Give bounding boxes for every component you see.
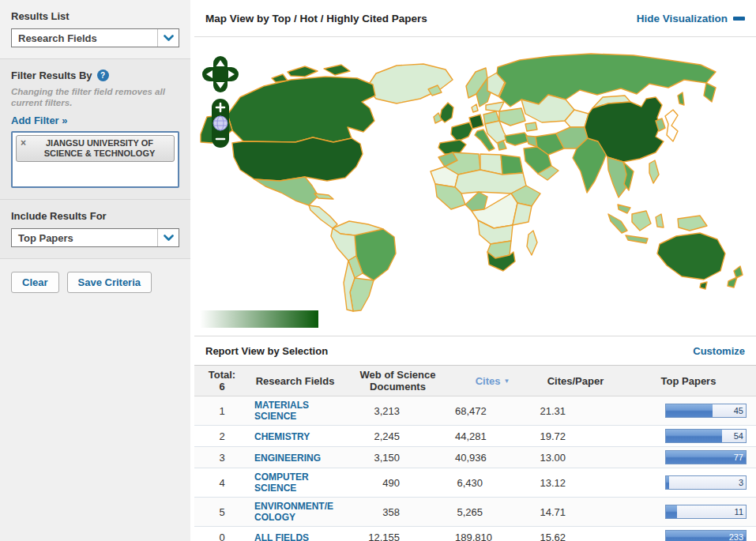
row-docs: 358 — [340, 503, 455, 521]
total-count: Total: 6 — [194, 366, 250, 396]
row-field-link[interactable]: ENVIRONMENT/ECOLOGY — [254, 501, 337, 523]
top-papers-bar-value: 11 — [735, 507, 743, 517]
top-papers-bar-value: 77 — [734, 453, 743, 462]
table-row: 4 COMPUTER SCIENCE 490 6,430 13.12 3 — [194, 468, 756, 498]
top-papers-bar: 77 — [665, 450, 747, 464]
row-cites-per-paper: 19.72 — [530, 427, 621, 445]
column-header-documents[interactable]: Web of Science Documents — [340, 366, 455, 396]
results-list-value: Research Fields — [12, 29, 97, 47]
chevron-down-icon — [157, 29, 179, 47]
filter-tag-label: JIANGSU UNIVERSITY OF SCIENCE & TECHNOLO… — [30, 138, 169, 159]
top-papers-bar: 11 — [665, 505, 747, 519]
total-label: Total: — [209, 369, 235, 381]
row-cites: 40,936 — [455, 449, 530, 467]
map-zoom-control[interactable] — [212, 99, 229, 148]
include-results-dropdown[interactable]: Top Papers — [11, 228, 179, 247]
filters-sidebar: Results List Research Fields Filter Resu… — [0, 0, 190, 541]
column-header-research-fields[interactable]: Research Fields — [250, 366, 340, 396]
row-docs: 3,150 — [340, 449, 455, 467]
include-results-heading: Include Results For — [11, 210, 179, 222]
table-row: 5 ENVIRONMENT/ECOLOGY 358 5,265 14.71 11 — [194, 498, 756, 527]
save-criteria-button[interactable]: Save Criteria — [67, 272, 152, 293]
row-rank: 1 — [194, 402, 250, 420]
row-rank: 3 — [194, 449, 250, 467]
row-rank: 0 — [194, 528, 250, 541]
row-cites-per-paper: 15.62 — [530, 528, 621, 541]
hide-visualization-label: Hide Visualization — [637, 13, 728, 24]
row-field-link[interactable]: ALL FIELDS — [254, 532, 309, 541]
row-cites: 68,472 — [455, 402, 530, 420]
top-papers-bar: 54 — [665, 429, 747, 443]
row-docs: 3,213 — [340, 402, 455, 420]
row-rank: 2 — [194, 427, 250, 445]
column-header-cites-per-paper[interactable]: Cites/Paper — [530, 366, 621, 396]
table-header-row: Total: 6 Research Fields Web of Science … — [194, 365, 756, 396]
filter-box[interactable]: × JIANGSU UNIVERSITY OF SCIENCE & TECHNO… — [11, 131, 179, 188]
row-cites: 5,265 — [455, 503, 530, 521]
row-cites-per-paper: 21.31 — [530, 402, 621, 420]
world-choropleth-map[interactable] — [194, 39, 756, 315]
row-field-link[interactable]: COMPUTER SCIENCE — [254, 471, 337, 494]
row-cites-per-paper: 13.12 — [530, 474, 621, 492]
results-list-heading: Results List — [11, 10, 179, 22]
minus-icon — [733, 17, 745, 21]
row-cites: 6,430 — [455, 474, 530, 492]
top-papers-bar-value: 233 — [729, 532, 743, 541]
clear-button[interactable]: Clear — [11, 272, 59, 293]
customize-link[interactable]: Customize — [693, 345, 745, 357]
report-table-body: 1 MATERIALS SCIENCE 3,213 68,472 21.31 4… — [194, 396, 756, 541]
report-view-title: Report View by Selection — [205, 345, 328, 357]
include-results-section: Include Results For Top Papers — [0, 200, 190, 259]
column-header-top-papers[interactable]: Top Papers — [621, 366, 756, 396]
table-row: 1 MATERIALS SCIENCE 3,213 68,472 21.31 4… — [194, 396, 756, 426]
total-value: 6 — [219, 381, 224, 393]
filter-note: Changing the filter field removes all cu… — [11, 86, 179, 108]
include-results-value: Top Papers — [12, 229, 73, 246]
top-papers-bar-fill — [666, 476, 669, 489]
top-papers-bar-fill — [666, 430, 722, 442]
row-cites: 44,281 — [455, 427, 530, 445]
results-list-dropdown[interactable]: Research Fields — [11, 28, 179, 47]
main-panel: Map View by Top / Hot / Highly Cited Pap… — [194, 0, 756, 541]
map-view-header: Map View by Top / Hot / Highly Cited Pap… — [194, 0, 756, 37]
top-papers-bar-value: 45 — [734, 406, 743, 415]
row-rank: 4 — [194, 474, 250, 492]
row-field-link[interactable]: CHEMISTRY — [254, 431, 310, 442]
map-view-title: Map View by Top / Hot / Highly Cited Pap… — [205, 13, 427, 24]
column-header-cites[interactable]: Cites ▼ — [455, 366, 530, 396]
filter-by-heading: Filter Results By — [11, 70, 92, 81]
report-view-header: Report View by Selection Customize — [194, 336, 756, 365]
help-icon[interactable]: ? — [97, 70, 109, 81]
map-pan-control[interactable] — [202, 56, 239, 92]
row-docs: 2,245 — [340, 427, 455, 445]
remove-filter-icon[interactable]: × — [21, 138, 26, 148]
map-area — [194, 37, 756, 336]
table-row: 0 ALL FIELDS 12,155 189,810 15.62 233 — [194, 527, 756, 541]
table-row: 2 CHEMISTRY 2,245 44,281 19.72 54 — [194, 426, 756, 447]
map-color-legend — [200, 310, 318, 328]
filter-section: Filter Results By ? Changing the filter … — [0, 59, 190, 200]
row-rank: 5 — [194, 503, 250, 521]
table-row: 3 ENGINEERING 3,150 40,936 13.00 77 — [194, 447, 756, 468]
add-filter-link[interactable]: Add Filter » — [11, 115, 68, 126]
actions-section: Clear Save Criteria — [0, 259, 190, 304]
filter-tag[interactable]: × JIANGSU UNIVERSITY OF SCIENCE & TECHNO… — [16, 135, 175, 162]
hide-visualization-link[interactable]: Hide Visualization — [637, 13, 745, 24]
row-cites-per-paper: 14.71 — [530, 503, 621, 521]
row-field-link[interactable]: MATERIALS SCIENCE — [254, 400, 337, 422]
sort-desc-icon: ▼ — [503, 375, 510, 387]
top-papers-bar: 45 — [665, 404, 747, 418]
row-docs: 12,155 — [340, 528, 455, 541]
row-cites-per-paper: 13.00 — [530, 449, 621, 467]
chevron-down-icon — [157, 229, 179, 246]
top-papers-bar: 3 — [665, 475, 747, 490]
report-table: Total: 6 Research Fields Web of Science … — [194, 365, 756, 541]
top-papers-bar-fill — [666, 404, 713, 417]
row-docs: 490 — [340, 474, 455, 492]
top-papers-bar-value: 3 — [739, 478, 743, 487]
top-papers-bar: 233 — [665, 530, 747, 541]
top-papers-bar-fill — [666, 505, 677, 518]
row-cites: 189,810 — [455, 528, 530, 541]
globe-icon — [213, 116, 228, 130]
row-field-link[interactable]: ENGINEERING — [254, 453, 321, 464]
